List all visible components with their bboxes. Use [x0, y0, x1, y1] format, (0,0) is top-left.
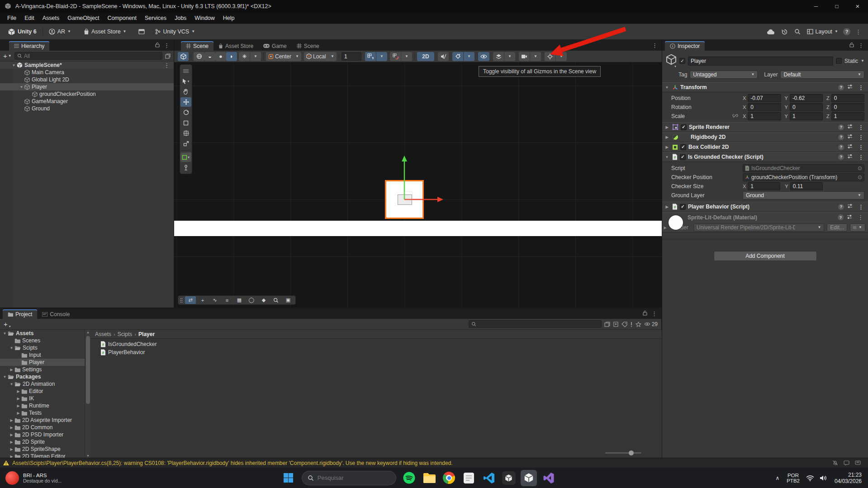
toolbar-more-icon[interactable]: ⋮	[853, 28, 863, 35]
component-menu-icon[interactable]: ⋮	[856, 84, 866, 91]
project-tree-scrollbar[interactable]: ▲ ▼	[85, 330, 90, 458]
menu-component[interactable]: Component	[103, 13, 141, 23]
menu-services[interactable]: Services	[141, 13, 171, 23]
status-bar[interactable]: Assets\Scipts\Player\PlayerBehavior.cs(8…	[0, 458, 868, 468]
message-bubble-icon[interactable]	[844, 460, 849, 466]
debug-draw-caret[interactable]: ▼	[250, 52, 261, 61]
help-icon[interactable]: ?	[838, 204, 844, 210]
taskbar-chrome[interactable]	[439, 468, 459, 488]
footer-diamond-tool-icon[interactable]: ◆	[258, 296, 269, 304]
scene-picker-icon[interactable]	[165, 53, 171, 59]
search-button[interactable]	[791, 26, 804, 37]
expand-arrow-icon[interactable]: ▶	[15, 411, 21, 415]
mode-2d-button[interactable]: 2D	[417, 52, 434, 61]
hierarchy-search-input[interactable]	[24, 53, 160, 59]
script-object-field[interactable]: # IsGroundedChecker ⊙	[743, 164, 864, 172]
help-icon[interactable]: ?	[838, 214, 844, 220]
project-menu-icon[interactable]: ⋮	[649, 310, 659, 317]
tab-project[interactable]: Project	[3, 309, 37, 319]
menu-edit[interactable]: Edit	[20, 13, 38, 23]
shader-dropdown[interactable]: Universal Render Pipeline/2D/Sprite-Lit-…	[693, 223, 824, 232]
lock-icon[interactable]	[155, 42, 160, 49]
favorite-star-icon[interactable]	[636, 322, 641, 327]
transform-scale-x-field[interactable]: 1	[748, 112, 781, 120]
asset-playerbehavior[interactable]: #PlayerBehavior	[90, 348, 662, 356]
footer-grid-tool-icon[interactable]: ▦	[234, 296, 245, 304]
component-menu-icon[interactable]: ⋮	[855, 214, 866, 221]
grid-snap-caret[interactable]: ▼	[376, 52, 387, 61]
expand-arrow-icon[interactable]: ▼	[2, 375, 8, 379]
taskbar-search[interactable]	[302, 471, 396, 485]
project-folder-2d-aseprite-importer[interactable]: ▶2D Aseprite Importer	[0, 417, 85, 424]
hierarchy-menu-icon[interactable]: ⋮	[161, 42, 172, 49]
sprite-renderer-header[interactable]: ▶✓Sprite Renderer?⋮	[662, 122, 868, 132]
pivot-dropdown[interactable]: Center▼	[266, 52, 301, 61]
project-search-input[interactable]	[478, 321, 599, 327]
expand-arrow-icon[interactable]: ▼	[11, 63, 17, 67]
project-folder-scipts[interactable]: ▼Scipts	[0, 344, 85, 351]
menu-assets[interactable]: Assets	[38, 13, 64, 23]
grid-snap-icon[interactable]: Y	[365, 52, 376, 61]
transform-header[interactable]: ▼ Transform ?⋮	[662, 82, 868, 92]
hand-tool-button[interactable]	[180, 87, 191, 96]
component-menu-icon[interactable]: ⋮	[856, 144, 866, 151]
expand-arrow-icon[interactable]: ▶	[9, 426, 14, 430]
transform-rotation-x-field[interactable]: 0	[748, 103, 781, 111]
taskbar-notes-app[interactable]	[459, 468, 479, 488]
move-tool-button[interactable]	[180, 97, 191, 107]
static-checkbox[interactable]	[836, 58, 842, 64]
scroll-up-icon[interactable]: ▲	[86, 331, 90, 334]
menu-help[interactable]: Help	[219, 13, 239, 23]
console-warning-message[interactable]: Assets\Scipts\Player\PlayerBehavior.cs(8…	[12, 460, 453, 466]
close-button[interactable]: ×	[847, 0, 868, 12]
checker-size-x-field[interactable]: 1	[748, 182, 780, 190]
presets-icon[interactable]	[847, 144, 853, 150]
hierarchy-item-gamemanager[interactable]: GameManager	[0, 98, 174, 105]
expand-arrow-icon[interactable]: ▶	[9, 433, 14, 437]
menu-gameobject[interactable]: GameObject	[63, 13, 103, 23]
project-folder-runtime[interactable]: ▶Runtime	[0, 402, 85, 409]
camera-settings-icon[interactable]	[519, 52, 530, 61]
scene-menu-icon[interactable]: ⋮	[650, 42, 660, 49]
expand-arrow-icon[interactable]: ▶	[15, 389, 21, 393]
orientation-dropdown[interactable]: Local▼	[304, 52, 337, 61]
help-icon[interactable]: ?	[838, 154, 844, 160]
snap-magnet-icon[interactable]	[390, 52, 401, 61]
gizmos-toggle-icon[interactable]	[545, 52, 555, 61]
camera-settings-caret[interactable]: ▼	[530, 52, 541, 61]
taskbar-visual-studio[interactable]	[539, 468, 559, 488]
tab-game[interactable]: Game	[258, 41, 292, 51]
edit-collider-tool-button[interactable]: ▼	[180, 152, 191, 162]
help-icon[interactable]: ?	[843, 28, 850, 35]
label-icon[interactable]	[621, 322, 627, 327]
hierarchy-item-samplescene-[interactable]: ▼SampleScene*⋮	[0, 62, 174, 69]
static-caret[interactable]: ▼	[861, 59, 864, 63]
project-folder-2d-sprite[interactable]: ▶2D Sprite	[0, 438, 85, 445]
expand-arrow-icon[interactable]: ▶	[664, 135, 670, 139]
breadcrumb-scipts[interactable]: Scipts	[118, 331, 133, 337]
player-behavior-header[interactable]: ▶ # ✓ Player Behavior (Script) ?⋮	[662, 202, 868, 212]
visibility-eye-icon[interactable]	[478, 52, 489, 61]
tab-console[interactable]: Console	[37, 309, 75, 319]
expand-arrow-icon[interactable]: ▶	[664, 145, 670, 149]
project-folder-settings[interactable]: ▶Settings	[0, 366, 85, 373]
draw-mode-shaded-icon[interactable]	[194, 52, 204, 61]
minimize-button[interactable]: ─	[806, 0, 826, 12]
hierarchy-search[interactable]	[14, 52, 162, 60]
project-folder-scenes[interactable]: Scenes	[0, 337, 85, 344]
add-component-button[interactable]: Add Component	[714, 251, 817, 261]
draw-mode-solid-icon[interactable]: ●	[215, 52, 226, 61]
project-folder-ik[interactable]: ▶IK	[0, 395, 85, 402]
draw-mode-crescent-icon[interactable]: ◗	[226, 52, 237, 61]
view-tool-button[interactable]: ▼	[180, 76, 191, 86]
component-checkbox[interactable]: ✓	[680, 204, 686, 210]
transform-scale-z-field[interactable]: 1	[831, 112, 864, 120]
component-checkbox[interactable]: ✓	[680, 144, 686, 150]
active-checkbox[interactable]: ✓	[679, 58, 685, 64]
taskbar-file-explorer[interactable]	[419, 468, 439, 488]
breadcrumb-player[interactable]: Player	[138, 331, 155, 337]
footer-pan-tool-icon[interactable]: ⇄	[185, 296, 196, 304]
expand-arrow-icon[interactable]: ▶	[9, 440, 14, 444]
ground-layer-dropdown[interactable]: Ground▼	[743, 191, 864, 199]
shader-edit-button[interactable]: Edit...	[827, 223, 847, 232]
